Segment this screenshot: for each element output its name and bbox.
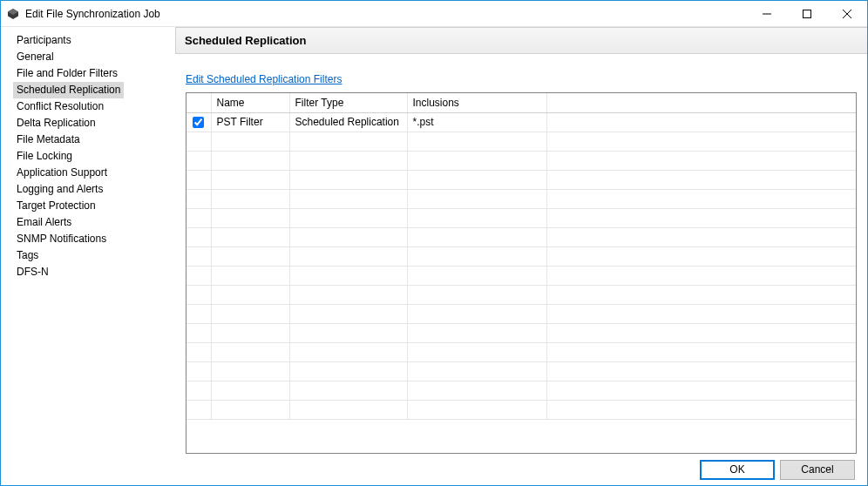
app-icon <box>6 7 20 21</box>
column-header-spacer[interactable] <box>546 93 856 112</box>
table-row-empty <box>186 151 856 170</box>
table-row-empty <box>186 170 856 189</box>
sidebar-item-file-and-folder-filters[interactable]: File and Folder Filters <box>13 65 121 82</box>
cancel-button[interactable]: Cancel <box>780 460 855 480</box>
table-row-empty <box>186 266 856 285</box>
sidebar-item-target-protection[interactable]: Target Protection <box>13 198 99 214</box>
filters-table-container: NameFilter TypeInclusionsPST FilterSched… <box>186 92 857 454</box>
sidebar-item-logging-and-alerts[interactable]: Logging and Alerts <box>13 181 106 198</box>
table-row[interactable]: PST FilterScheduled Replication*.pst <box>186 112 856 132</box>
window-title: Edit File Synchronization Job <box>25 8 747 20</box>
main-panel: Scheduled Replication Edit Scheduled Rep… <box>175 27 867 454</box>
sidebar-item-file-locking[interactable]: File Locking <box>13 148 76 165</box>
sidebar-item-application-support[interactable]: Application Support <box>13 165 111 181</box>
column-header-checkbox[interactable] <box>186 93 211 112</box>
maximize-button[interactable] <box>787 1 827 27</box>
table-row-empty <box>186 227 856 246</box>
column-header-filter-type[interactable]: Filter Type <box>289 93 407 112</box>
table-row-empty <box>186 246 856 266</box>
sidebar-item-file-metadata[interactable]: File Metadata <box>13 132 84 148</box>
cell-filter-type: Scheduled Replication <box>289 112 407 132</box>
cell-inclusions: *.pst <box>407 112 546 132</box>
main-body: Edit Scheduled Replication Filters NameF… <box>175 54 867 454</box>
sidebar-item-dfs-n[interactable]: DFS-N <box>13 264 52 280</box>
table-row-empty <box>186 189 856 208</box>
table-row-empty <box>186 132 856 151</box>
table-row-empty <box>186 400 856 419</box>
sidebar-item-scheduled-replication[interactable]: Scheduled Replication <box>13 82 124 98</box>
sidebar-item-tags[interactable]: Tags <box>13 247 42 264</box>
row-checkbox[interactable] <box>193 117 204 128</box>
table-row-empty <box>186 381 856 400</box>
filters-table: NameFilter TypeInclusionsPST FilterSched… <box>186 93 856 420</box>
table-row-empty <box>186 285 856 304</box>
cell-spacer <box>546 112 856 132</box>
sidebar-item-participants[interactable]: Participants <box>13 32 75 49</box>
sidebar: ParticipantsGeneralFile and Folder Filte… <box>1 27 175 454</box>
column-header-inclusions[interactable]: Inclusions <box>407 93 546 112</box>
sidebar-item-snmp-notifications[interactable]: SNMP Notifications <box>13 231 110 247</box>
page-title: Scheduled Replication <box>175 27 867 54</box>
content-area: ParticipantsGeneralFile and Folder Filte… <box>1 27 867 454</box>
minimize-button[interactable] <box>747 1 787 27</box>
sidebar-item-email-alerts[interactable]: Email Alerts <box>13 214 75 231</box>
dialog-footer: OK Cancel <box>1 454 867 485</box>
svg-rect-3 <box>804 10 811 17</box>
table-row-empty <box>186 304 856 323</box>
table-row-empty <box>186 208 856 227</box>
column-header-name[interactable]: Name <box>211 93 289 112</box>
table-row-empty <box>186 342 856 361</box>
edit-filters-link[interactable]: Edit Scheduled Replication Filters <box>186 73 857 85</box>
sidebar-item-general[interactable]: General <box>13 49 58 65</box>
table-row-empty <box>186 361 856 381</box>
cell-name: PST Filter <box>211 112 289 132</box>
table-row-empty <box>186 323 856 342</box>
close-button[interactable] <box>827 1 867 27</box>
titlebar: Edit File Synchronization Job <box>1 1 867 27</box>
window-buttons <box>747 1 867 27</box>
sidebar-item-conflict-resolution[interactable]: Conflict Resolution <box>13 98 107 115</box>
ok-button[interactable]: OK <box>700 460 775 480</box>
sidebar-item-delta-replication[interactable]: Delta Replication <box>13 115 99 132</box>
